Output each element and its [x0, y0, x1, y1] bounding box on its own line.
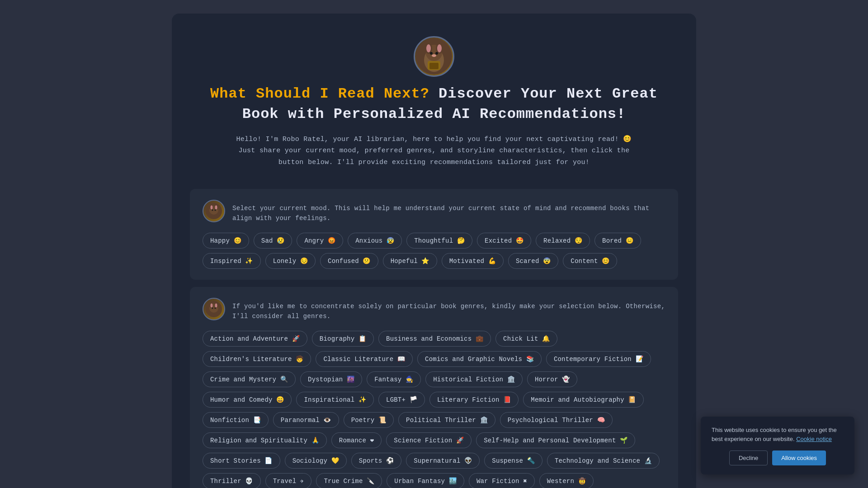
- genre-chip-action-and-adventure[interactable]: Action and Adventure 🚀: [203, 331, 307, 347]
- genre-chip-dystopian[interactable]: Dystopian 🌆: [300, 371, 362, 387]
- hero-title-yellow: What Should I Read Next?: [210, 85, 429, 102]
- genre-chip-war-fiction[interactable]: War Fiction ✖️: [469, 473, 535, 488]
- mood-section-header: Select your current mood. This will help…: [203, 200, 665, 224]
- svg-point-16: [211, 206, 213, 210]
- genre-chip-historical-fiction[interactable]: Historical Fiction 🏛️: [425, 371, 523, 387]
- genre-chip-children's-literature[interactable]: Children's Literature 🧒: [203, 351, 311, 367]
- genre-chip-horror[interactable]: Horror 👻: [527, 371, 577, 387]
- genre-avatar: [203, 298, 225, 320]
- svg-point-19: [215, 210, 216, 211]
- genre-chip-sociology[interactable]: Sociology 💛: [285, 453, 347, 469]
- mood-chip-sad[interactable]: Sad 😢: [254, 233, 292, 249]
- mood-chip-lonely[interactable]: Lonely 😔: [265, 253, 316, 269]
- mood-chip-inspired[interactable]: Inspired ✨: [203, 253, 261, 269]
- genre-chip-thriller[interactable]: Thriller 💀: [203, 473, 261, 488]
- genre-chip-chick-lit[interactable]: Chick Lit 🔔: [495, 331, 557, 347]
- genre-chip-science-fiction[interactable]: Science Fiction 🚀: [386, 432, 472, 448]
- cookie-notice-link[interactable]: Cookie notice: [796, 436, 832, 442]
- genre-chip-travel[interactable]: Travel ✈️: [265, 473, 312, 488]
- genre-chip-sports[interactable]: Sports ⚽: [351, 453, 401, 469]
- mood-chip-scared[interactable]: Scared 😨: [508, 253, 558, 269]
- genre-chip-religion-and-spirituality[interactable]: Religion and Spirituality 🙏: [203, 432, 327, 448]
- mood-avatar: [203, 200, 225, 222]
- page-wrapper: What Should I Read Next? Discover Your N…: [0, 0, 868, 488]
- cookie-buttons: Decline Allow cookies: [712, 450, 844, 465]
- genre-chip-western[interactable]: Western 🤠: [539, 473, 594, 488]
- svg-point-6: [437, 44, 442, 52]
- svg-point-18: [212, 210, 213, 211]
- main-container: What Should I Read Next? Discover Your N…: [172, 14, 696, 488]
- genre-chip-humor-and-comedy[interactable]: Humor and Comedy 😄: [203, 392, 292, 408]
- genre-chip-inspirational[interactable]: Inspirational ✨: [296, 392, 374, 408]
- svg-point-7: [430, 52, 433, 55]
- genre-chip-true-crime[interactable]: True Crime 🔪: [316, 473, 382, 488]
- cookie-text: This website uses cookies to ensure you …: [712, 426, 844, 443]
- genre-chip-poetry[interactable]: Poetry 📜: [344, 412, 394, 428]
- mood-chip-relaxed[interactable]: Relaxed 😌: [536, 233, 590, 249]
- genre-chips-container: Action and Adventure 🚀Biography 📋Busines…: [203, 331, 665, 488]
- hero-title: What Should I Read Next? Discover Your N…: [190, 84, 678, 125]
- mood-chip-bored[interactable]: Bored 😑: [594, 233, 641, 249]
- mood-chip-happy[interactable]: Happy 😊: [203, 233, 249, 249]
- mood-section-description: Select your current mood. This will help…: [232, 200, 665, 224]
- genre-section-card: If you'd like me to concentrate solely o…: [190, 287, 678, 488]
- mood-chip-confused[interactable]: Confused 😕: [320, 253, 378, 269]
- genre-chip-literary-fiction[interactable]: Literary Fiction 📕: [429, 392, 519, 408]
- svg-point-17: [215, 206, 217, 210]
- mood-chip-motivated[interactable]: Motivated 💪: [442, 253, 504, 269]
- mood-chip-content[interactable]: Content 😊: [563, 253, 617, 269]
- svg-point-26: [212, 307, 213, 309]
- genre-chip-nonfiction[interactable]: Nonfiction 📑: [203, 412, 269, 428]
- genre-section-description: If you'd like me to concentrate solely o…: [232, 298, 665, 322]
- genre-chip-short-stories[interactable]: Short Stories 📄: [203, 453, 280, 469]
- svg-point-25: [215, 303, 217, 307]
- genre-chip-supernatural[interactable]: Supernatural 👽: [406, 453, 480, 469]
- genre-chip-fantasy[interactable]: Fantasy 🧙: [367, 371, 421, 387]
- genre-chip-suspense[interactable]: Suspense 🔦: [484, 453, 542, 469]
- genre-chip-self-help-and-personal-development[interactable]: Self-Help and Personal Development 🌱: [476, 432, 635, 448]
- svg-point-5: [426, 44, 431, 52]
- genre-chip-memoir-and-autobiography[interactable]: Memoir and Autobiography 📔: [523, 392, 643, 408]
- genre-chip-romance[interactable]: Romance ❤️: [331, 432, 382, 448]
- genre-chip-technology-and-science[interactable]: Technology and Science 🔬: [547, 453, 660, 469]
- mood-chip-thoughtful[interactable]: Thoughtful 🤔: [406, 233, 472, 249]
- genre-section-header: If you'd like me to concentrate solely o…: [203, 298, 665, 322]
- hero-description: Hello! I'm Robo Ratel, your AI librarian…: [231, 134, 637, 169]
- svg-rect-11: [429, 63, 439, 69]
- hero-section: What Should I Read Next? Discover Your N…: [190, 27, 678, 182]
- mood-chip-angry[interactable]: Angry 😡: [297, 233, 343, 249]
- genre-chip-psychological-thriller[interactable]: Psychological Thriller 🧠: [500, 412, 613, 428]
- genre-chip-political-thriller[interactable]: Political Thriller 🏛️: [398, 412, 495, 428]
- genre-chip-contemporary-fiction[interactable]: Contemporary Fiction 📝: [546, 351, 651, 367]
- mood-chip-hopeful[interactable]: Hopeful ⭐: [383, 253, 437, 269]
- svg-point-24: [211, 303, 213, 307]
- mood-section-card: Select your current mood. This will help…: [190, 189, 678, 280]
- genre-chip-classic-literature[interactable]: Classic Literature 📖: [316, 351, 413, 367]
- genre-chip-biography[interactable]: Biography 📋: [312, 331, 374, 347]
- genre-chip-paranormal[interactable]: Paranormal 👁️: [273, 412, 339, 428]
- mood-chip-anxious[interactable]: Anxious 😰: [348, 233, 402, 249]
- svg-point-9: [432, 54, 436, 57]
- genre-chip-urban-fantasy[interactable]: Urban Fantasy 🏙️: [387, 473, 464, 488]
- mood-chip-excited[interactable]: Excited 🤩: [477, 233, 531, 249]
- allow-cookies-button[interactable]: Allow cookies: [772, 450, 826, 465]
- genre-chip-lgbt-[interactable]: LGBT+ 🏳️: [378, 392, 425, 408]
- svg-point-27: [215, 307, 216, 309]
- mood-chips-container: Happy 😊Sad 😢Angry 😡Anxious 😰Thoughtful 🤔…: [203, 233, 665, 269]
- cookie-banner: This website uses cookies to ensure you …: [701, 417, 854, 474]
- genre-chip-comics-and-graphic-novels[interactable]: Comics and Graphic Novels 📚: [417, 351, 542, 367]
- genre-chip-crime-and-mystery[interactable]: Crime and Mystery 🔍: [203, 371, 296, 387]
- decline-button[interactable]: Decline: [729, 450, 768, 465]
- svg-point-8: [435, 52, 438, 55]
- genre-chip-business-and-economics[interactable]: Business and Economics 💼: [378, 331, 491, 347]
- mascot-avatar: [414, 36, 454, 77]
